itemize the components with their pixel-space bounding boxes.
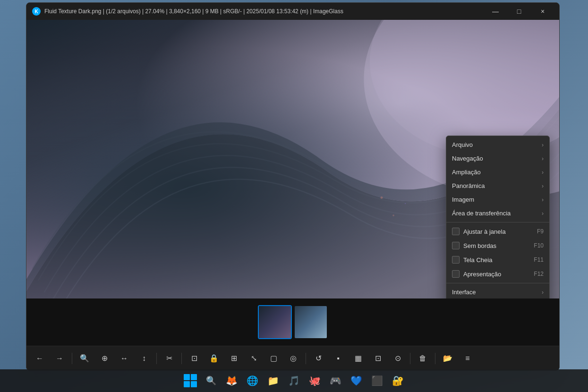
maximize-button[interactable]: □ [508,3,530,20]
taskbar-firefox[interactable]: 🦊 [222,371,241,390]
taskbar-vscode[interactable]: 💙 [347,371,366,390]
toolbar-separator-7 [156,353,157,364]
toolbar-button-18[interactable]: ▪ [329,349,348,368]
toolbar-button-12[interactable]: ⊞ [224,349,243,368]
toolbar-separator-22 [410,353,410,364]
menu-item-label-sem_bordas: Sem bordas [463,242,530,249]
menu-item-label-panoramica: Panorâmica [452,182,538,189]
menu-item-label-apresentacao: Apresentação [463,271,530,278]
menu-item-checkbox-tela_cheia [452,256,460,264]
context-menu: Arquivo›Navegação›Ampliação›Panorâmica›I… [446,136,550,298]
menu-item-checkbox-apresentacao [452,270,460,278]
toolbar-button-25[interactable]: 📂 [438,349,457,368]
menu-item-arrow-ampliacao: › [542,169,544,176]
svg-point-3 [392,214,394,216]
menu-item-shortcut-apresentacao: F12 [534,271,544,277]
close-button[interactable]: × [532,3,554,20]
thumbnail-strip [26,298,559,346]
menu-item-ampliacao[interactable]: Ampliação› [446,165,549,179]
menu-item-label-imagem: Imagem [452,196,538,203]
toolbar-button-21[interactable]: ⊙ [388,349,407,368]
menu-item-label-ampliacao: Ampliação [452,169,538,176]
menu-item-apresentacao[interactable]: ApresentaçãoF12 [446,267,549,281]
toolbar-button-3[interactable]: 🔍 [75,349,94,368]
menu-item-shortcut-tela_cheia: F11 [534,256,544,263]
menu-item-arrow-panoramica: › [542,183,544,189]
taskbar-spotify[interactable]: 🎵 [285,371,304,390]
menu-item-arquivo[interactable]: Arquivo› [446,138,549,152]
main-window: K Fluid Texture Dark.png | (1/2 arquivos… [26,2,560,371]
menu-item-arrow-navegacao: › [542,155,544,162]
toolbar-button-0[interactable]: ← [30,349,49,368]
menu-item-imagem[interactable]: Imagem› [446,193,549,206]
menu-item-arrow-area_transferencia: › [542,210,544,217]
menu-separator [446,222,549,222]
thumbnail-2[interactable] [294,305,328,339]
minimize-button[interactable]: — [485,3,506,20]
window-controls: — □ × [485,3,554,20]
menu-item-arrow-imagem: › [542,196,544,203]
menu-item-checkbox-ajustar_janela [452,228,460,235]
toolbar-button-13[interactable]: ⤡ [244,349,263,368]
toolbar-button-20[interactable]: ⊡ [368,349,387,368]
taskbar-steam[interactable]: 🎮 [326,371,345,390]
taskbar-bitwarden[interactable]: 🔐 [389,371,408,390]
image-area: Arquivo›Navegação›Ampliação›Panorâmica›I… [26,20,559,298]
toolbar-button-17[interactable]: ↺ [309,349,328,368]
taskbar-search[interactable]: 🔍 [202,371,221,390]
toolbar-separator-24 [435,353,435,364]
menu-item-navegacao[interactable]: Navegação› [446,152,549,165]
window-title: Fluid Texture Dark.png | (1/2 arquivos) … [44,8,481,15]
toolbar-button-19[interactable]: ▦ [349,349,367,368]
menu-item-label-area_transferencia: Área de transferência [452,210,538,217]
thumbnail-1[interactable] [258,305,292,339]
menu-item-shortcut-sem_bordas: F10 [534,242,544,249]
menu-item-tela_cheia[interactable]: Tela CheiaF11 [446,253,549,267]
toolbar-button-5[interactable]: ↔ [115,349,134,368]
menu-item-interface[interactable]: Interface› [446,285,549,298]
svg-point-2 [380,196,383,199]
toolbar-button-1[interactable]: → [50,349,69,368]
app-icon: K [32,7,41,16]
taskbar-terminal[interactable]: ⬛ [368,371,387,390]
menu-item-label-interface: Interface [452,289,538,296]
menu-item-label-arquivo: Arquivo [452,141,538,148]
toolbar-button-10[interactable]: ⊡ [185,349,204,368]
toolbar-button-15[interactable]: ◎ [284,349,303,368]
toolbar-button-11[interactable]: 🔒 [205,349,223,368]
taskbar-explorer[interactable]: 📁 [264,371,283,390]
titlebar: K Fluid Texture Dark.png | (1/2 arquivos… [26,3,559,20]
toolbar-button-8[interactable]: ✂ [160,349,179,368]
menu-item-sem_bordas[interactable]: Sem bordasF10 [446,239,549,253]
menu-item-area_transferencia[interactable]: Área de transferência› [446,206,549,220]
menu-item-arrow-interface: › [542,289,544,296]
toolbar-separator-9 [181,353,182,364]
taskbar: 🔍 🦊 🌐 📁 🎵 🐙 🎮 💙 ⬛ 🔐 [0,369,588,392]
menu-item-shortcut-ajustar_janela: F9 [537,228,544,235]
toolbar-separator-16 [306,353,306,364]
taskbar-edge[interactable]: 🌐 [243,371,262,390]
desktop: K Fluid Texture Dark.png | (1/2 arquivos… [0,0,588,392]
toolbar-button-6[interactable]: ↕ [135,349,153,368]
thumbnail-image-2 [295,306,327,338]
taskbar-github[interactable]: 🐙 [306,371,324,390]
menu-item-ajustar_janela[interactable]: Ajustar à janelaF9 [446,224,549,239]
menu-item-arrow-arquivo: › [542,142,544,148]
svg-point-4 [405,203,406,205]
windows-logo [184,374,197,387]
menu-separator [446,283,549,283]
toolbar: ←→🔍⊕↔↕✂⊡🔒⊞⤡▢◎↺▪▦⊡⊙🗑📂≡ [26,346,559,370]
menu-item-label-ajustar_janela: Ajustar à janela [463,228,533,235]
toolbar-button-14[interactable]: ▢ [264,349,283,368]
menu-item-label-tela_cheia: Tela Cheia [463,256,530,264]
toolbar-button-4[interactable]: ⊕ [95,349,114,368]
toolbar-button-26[interactable]: ≡ [458,349,477,368]
taskbar-start-button[interactable] [181,371,200,390]
toolbar-button-23[interactable]: 🗑 [413,349,432,368]
menu-item-panoramica[interactable]: Panorâmica› [446,179,549,193]
menu-item-checkbox-sem_bordas [452,242,460,249]
menu-item-label-navegacao: Navegação [452,155,538,162]
toolbar-separator-2 [72,353,72,364]
thumbnail-image-1 [259,306,291,338]
